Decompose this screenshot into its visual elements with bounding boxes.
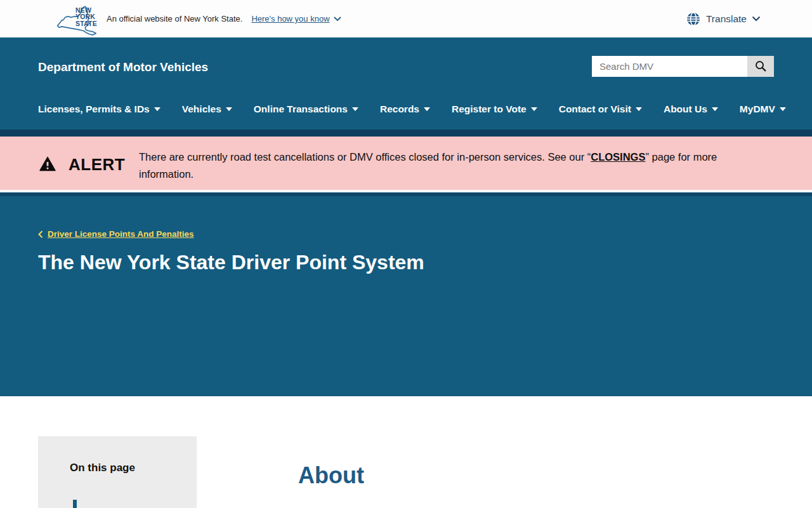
- heres-how-you-know-link[interactable]: Here's how you know: [251, 14, 341, 23]
- nav-item-label: About Us: [664, 104, 707, 115]
- breadcrumb-label: Driver License Points And Penalties: [48, 229, 194, 239]
- nav-item-label: Vehicles: [182, 104, 221, 115]
- alert-banner: ALERT There are currently road test canc…: [0, 137, 812, 190]
- nav-item-contact-or-visit[interactable]: Contact or Visit: [559, 104, 642, 115]
- alert-top-border: [0, 130, 812, 137]
- chevron-down-icon: [334, 17, 341, 22]
- site-header: Department of Motor Vehicles Licenses, P…: [0, 37, 812, 130]
- warning-triangle-icon: [39, 156, 56, 171]
- nav-item-online-transactions[interactable]: Online Transactions: [254, 104, 358, 115]
- chevron-down-icon: [636, 107, 642, 111]
- logo-line: YORK: [75, 13, 97, 20]
- nav-item-label: MyDMV: [740, 104, 775, 115]
- hero-section: Driver License Points And Penalties The …: [0, 192, 812, 396]
- chevron-down-icon: [226, 107, 232, 111]
- closings-link[interactable]: CLOSINGS: [591, 151, 645, 163]
- nav-item-label: Register to Vote: [452, 104, 527, 115]
- nys-logo-text: NEW YORK STATE: [75, 7, 97, 27]
- search-input[interactable]: [592, 56, 747, 77]
- breadcrumb-back-link[interactable]: Driver License Points And Penalties: [38, 229, 194, 239]
- official-website-text: An official website of New York State.: [107, 14, 242, 23]
- about-section-heading: About: [298, 462, 364, 489]
- chevron-down-icon: [752, 16, 761, 22]
- page-content: On this page About: [0, 396, 812, 508]
- nav-item-licenses-permits-ids[interactable]: Licenses, Permits & IDs: [38, 104, 160, 115]
- page-title: The New York State Driver Point System: [38, 251, 812, 274]
- translate-label: Translate: [706, 13, 747, 25]
- search-bar: [592, 56, 774, 77]
- on-this-page-title: On this page: [38, 436, 197, 474]
- active-item-indicator: [73, 500, 77, 508]
- chevron-down-icon: [780, 107, 786, 111]
- nav-item-records[interactable]: Records: [380, 104, 430, 115]
- nav-item-label: Online Transactions: [254, 104, 348, 115]
- nav-item-label: Licenses, Permits & IDs: [38, 104, 150, 115]
- chevron-down-icon: [424, 107, 430, 111]
- search-button[interactable]: [747, 56, 774, 77]
- chevron-down-icon: [531, 107, 537, 111]
- logo-line: STATE: [75, 20, 97, 27]
- nav-item-label: Records: [380, 104, 419, 115]
- alert-text-before: There are currently road test cancellati…: [139, 151, 591, 163]
- search-icon: [755, 60, 767, 72]
- alert-message: There are currently road test cancellati…: [139, 149, 771, 183]
- on-this-page-box: On this page: [38, 436, 197, 508]
- chevron-down-icon: [352, 107, 358, 111]
- nys-logo: NEW YORK STATE: [56, 4, 98, 37]
- alert-label: ALERT: [69, 155, 125, 175]
- nav-item-mydmv[interactable]: MyDMV: [740, 104, 786, 115]
- chevron-left-icon: [38, 231, 43, 238]
- agency-title: Department of Motor Vehicles: [38, 60, 208, 74]
- nav-item-vehicles[interactable]: Vehicles: [182, 104, 232, 115]
- chevron-down-icon: [154, 107, 160, 111]
- globe-icon: [686, 11, 701, 27]
- translate-button[interactable]: Translate: [686, 11, 761, 27]
- nav-item-about-us[interactable]: About Us: [664, 104, 718, 115]
- heres-how-you-know-label: Here's how you know: [251, 14, 329, 23]
- nav-item-register-to-vote[interactable]: Register to Vote: [452, 104, 537, 115]
- utility-bar: NEW YORK STATE An official website of Ne…: [0, 0, 812, 37]
- nav-item-label: Contact or Visit: [559, 104, 631, 115]
- main-nav: Licenses, Permits & IDs Vehicles Online …: [38, 104, 786, 115]
- chevron-down-icon: [712, 107, 718, 111]
